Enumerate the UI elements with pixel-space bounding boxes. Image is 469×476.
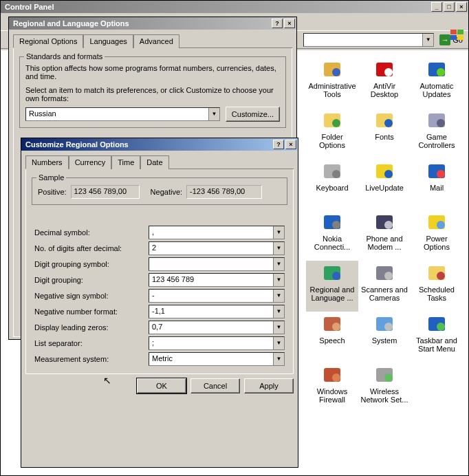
cp-item-icon	[426, 109, 448, 131]
locale-combo[interactable]: Russian ▼	[25, 107, 220, 121]
chevron-down-icon[interactable]: ▼	[273, 321, 284, 334]
help-button[interactable]: ?	[272, 19, 283, 28]
regional-tabstrip: Regional OptionsLanguagesAdvanced	[13, 34, 292, 48]
close-button[interactable]: ×	[285, 140, 296, 149]
chevron-down-icon[interactable]: ▼	[273, 290, 284, 302]
cp-item-icon	[373, 211, 395, 233]
dialog-button-row: OK Cancel Apply	[25, 374, 294, 393]
setting-row: Measurement system:Metric▼	[34, 352, 285, 366]
setting-combo[interactable]: 2▼	[149, 241, 285, 255]
chevron-down-icon[interactable]: ▼	[422, 34, 433, 46]
positive-label: Positive:	[38, 188, 67, 196]
ok-button[interactable]: OK	[137, 378, 186, 393]
regional-dialog-titlebar[interactable]: Regional and Language Options ? ×	[9, 17, 296, 30]
svg-point-15	[437, 119, 445, 127]
customize-titlebar[interactable]: Customize Regional Options ? ×	[21, 138, 298, 151]
setting-row: List separator:;▼	[34, 336, 285, 350]
control-panel-item[interactable]: Automatic Updates	[411, 57, 463, 108]
address-combo[interactable]: ▼	[303, 33, 434, 47]
chevron-down-icon[interactable]: ▼	[273, 274, 284, 286]
control-panel-item[interactable]: Folder Options	[306, 108, 358, 159]
cp-item-icon	[426, 313, 448, 335]
control-panel-item[interactable]: AntiVir Desktop	[358, 57, 411, 108]
control-panel-item[interactable]: Wireless Network Set...	[358, 363, 411, 413]
setting-combo[interactable]: ,▼	[149, 226, 285, 239]
setting-combo[interactable]: ▼	[149, 257, 285, 271]
go-arrow-icon: →	[439, 34, 450, 45]
tab-languages[interactable]: Languages	[83, 34, 133, 48]
negative-sample: -123 456 789,00	[186, 185, 262, 199]
svg-rect-2	[450, 35, 457, 40]
cp-item-icon	[321, 262, 343, 284]
chevron-down-icon[interactable]: ▼	[273, 337, 284, 349]
control-panel-item[interactable]: Fonts	[358, 108, 411, 159]
customize-button[interactable]: Customize...	[226, 107, 280, 122]
control-panel-item[interactable]: Scheduled Tasks	[411, 261, 463, 312]
control-panel-item[interactable]: Game Controllers	[411, 108, 463, 159]
cp-item-label: Phone and Modem ...	[360, 235, 409, 251]
control-panel-item[interactable]: Administrative Tools	[306, 57, 358, 108]
cp-item-label: Fonts	[375, 133, 394, 141]
close-button[interactable]: ×	[284, 19, 295, 28]
setting-label: Digit grouping:	[34, 276, 144, 284]
control-panel-item[interactable]: Regional and Language ...	[306, 261, 358, 312]
svg-point-31	[384, 272, 393, 280]
svg-point-37	[384, 323, 393, 331]
icon-grid: Administrative ToolsAntiVir DesktopAutom…	[303, 50, 468, 420]
setting-combo[interactable]: ;▼	[149, 336, 285, 350]
customize-tabstrip: NumbersCurrencyTimeDate	[25, 155, 294, 169]
cp-item-icon	[373, 313, 395, 335]
setting-value: 123 456 789	[149, 274, 273, 286]
apply-button[interactable]: Apply	[244, 378, 294, 393]
control-panel-item[interactable]: Scanners and Cameras	[358, 261, 411, 312]
setting-combo[interactable]: -▼	[149, 289, 285, 303]
control-panel-item[interactable]: Speech	[306, 312, 358, 363]
control-panel-item[interactable]: LiveUpdate	[358, 159, 411, 210]
chevron-down-icon[interactable]: ▼	[273, 242, 284, 255]
chevron-down-icon[interactable]: ▼	[273, 305, 284, 318]
help-button[interactable]: ?	[273, 140, 284, 149]
setting-label: Display leading zeros:	[34, 323, 144, 332]
control-panel-item[interactable]: Nokia Connecti...	[306, 210, 358, 261]
control-panel-item[interactable]: Phone and Modem ...	[358, 210, 411, 261]
customize-dialog: Customize Regional Options ? × NumbersCu…	[21, 138, 298, 468]
svg-point-5	[332, 68, 340, 76]
standards-legend: Standards and formats	[24, 52, 105, 61]
tab-currency[interactable]: Currency	[69, 155, 112, 169]
tab-advanced[interactable]: Advanced	[133, 34, 179, 48]
setting-value: -	[149, 290, 273, 302]
cp-item-icon	[426, 211, 448, 233]
cancel-button[interactable]: Cancel	[190, 378, 240, 393]
sample-legend: Sample	[36, 173, 66, 182]
cp-item-label: Administrative Tools	[307, 82, 357, 98]
cp-item-label: Regional and Language ...	[307, 285, 357, 302]
svg-point-17	[332, 170, 340, 178]
setting-combo[interactable]: 123 456 789▼	[149, 273, 285, 287]
svg-point-11	[332, 119, 340, 127]
svg-point-7	[384, 68, 393, 76]
control-panel-item[interactable]: System	[358, 312, 411, 363]
control-panel-item[interactable]: Keyboard	[306, 159, 358, 210]
chevron-down-icon[interactable]: ▼	[273, 258, 284, 270]
chevron-down-icon[interactable]: ▼	[273, 226, 284, 239]
control-panel-item[interactable]: Windows Firewall	[306, 363, 358, 413]
control-panel-item[interactable]: Taskbar and Start Menu	[411, 312, 463, 363]
setting-row: Display leading zeros:0,7▼	[34, 321, 285, 334]
tab-numbers[interactable]: Numbers	[25, 155, 69, 169]
control-panel-titlebar[interactable]: Control Panel _ □ ×	[1, 1, 468, 13]
control-panel-item[interactable]: Mail	[411, 159, 463, 210]
cp-item-label: Mail	[430, 184, 444, 192]
maximize-button[interactable]: □	[444, 2, 455, 12]
chevron-down-icon[interactable]: ▼	[208, 108, 219, 120]
tab-time[interactable]: Time	[111, 155, 140, 169]
close-button[interactable]: ×	[456, 2, 467, 12]
regional-dialog-title: Regional and Language Options	[10, 19, 270, 28]
chevron-down-icon[interactable]: ▼	[273, 353, 284, 365]
control-panel-item[interactable]: Power Options	[411, 210, 463, 261]
setting-combo[interactable]: 0,7▼	[149, 321, 285, 334]
setting-combo[interactable]: -1,1▼	[149, 305, 285, 318]
tab-regional-options[interactable]: Regional Options	[13, 34, 83, 48]
setting-combo[interactable]: Metric▼	[149, 352, 285, 366]
tab-date[interactable]: Date	[140, 155, 168, 169]
minimize-button[interactable]: _	[431, 2, 442, 12]
